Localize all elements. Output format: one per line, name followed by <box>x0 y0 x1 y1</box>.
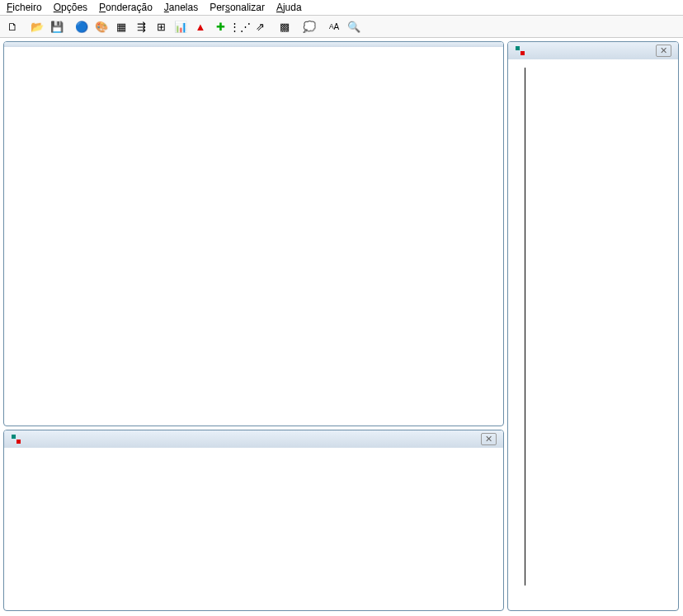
thermometer-panel: ✕ <box>507 41 679 611</box>
menu-ponderacao[interactable]: Ponderação <box>99 2 153 13</box>
triangle-icon[interactable]: ▲ <box>191 17 210 35</box>
svg-rect-3 <box>520 51 525 55</box>
cloud-icon[interactable]: 💭 <box>300 17 318 35</box>
toolbar: 🗋 📂 💾 🔵 🎨 ▦ ⇶ ⊞ 📊 ▲ ✚ ⋮⋰ ⇗ ▩ 💭 AA 🔍 <box>0 15 683 38</box>
menu-personalizar[interactable]: Personalizar <box>210 2 265 13</box>
palette-icon[interactable]: 🎨 <box>92 17 111 35</box>
tree2-icon[interactable]: ⊞ <box>152 17 170 35</box>
line-icon[interactable]: ⇗ <box>251 17 269 35</box>
table-icon[interactable]: ▦ <box>112 17 130 35</box>
thermometer-axis <box>525 68 525 585</box>
open-icon[interactable]: 📂 <box>28 17 46 35</box>
menu-janelas[interactable]: Janelas <box>164 2 198 13</box>
menu-ajuda[interactable]: Ajuda <box>276 2 302 13</box>
svg-rect-0 <box>12 435 16 439</box>
panel-icon <box>515 45 526 57</box>
save-icon[interactable]: 💾 <box>48 17 66 35</box>
tree-panel <box>3 41 504 426</box>
plus-icon[interactable]: ✚ <box>211 17 229 35</box>
zoom-icon[interactable]: 🔍 <box>345 17 363 35</box>
tree1-icon[interactable]: ⇶ <box>132 17 150 35</box>
globe-icon[interactable]: 🔵 <box>73 17 91 35</box>
close-icon[interactable]: ✕ <box>656 45 671 57</box>
new-icon[interactable]: 🗋 <box>3 17 21 35</box>
menu-ficheiro[interactable]: Ficheiro <box>7 2 42 13</box>
panel-icon <box>11 434 22 445</box>
menubar: Ficheiro Opções Ponderação Janelas Perso… <box>0 0 683 15</box>
menu-opcoes[interactable]: Opções <box>54 2 87 13</box>
workspace: ✕ ✕ <box>0 38 683 614</box>
svg-rect-2 <box>516 46 520 50</box>
grid-icon[interactable]: ▩ <box>276 17 294 35</box>
performance-panel: ✕ <box>3 430 504 611</box>
svg-rect-1 <box>16 440 21 444</box>
scatter-icon[interactable]: ⋮⋰ <box>231 17 249 35</box>
close-icon[interactable]: ✕ <box>481 433 497 445</box>
chart-icon[interactable]: 📊 <box>172 17 190 35</box>
font-icon[interactable]: AA <box>325 17 343 35</box>
